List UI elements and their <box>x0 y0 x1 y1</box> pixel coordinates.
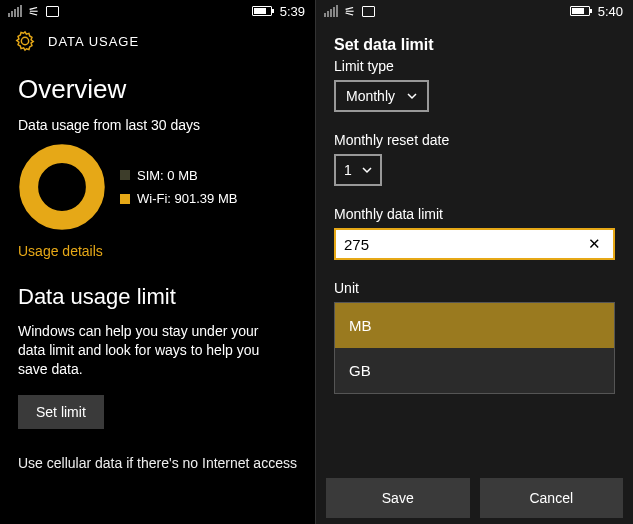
unit-label: Unit <box>334 280 615 296</box>
chevron-down-icon <box>407 91 417 101</box>
reset-date-label: Monthly reset date <box>334 132 615 148</box>
page-header: DATA USAGE <box>0 22 315 62</box>
usage-chart-row: SIM: 0 MB Wi-Fi: 901.39 MB <box>18 143 299 231</box>
cellular-footnote: Use cellular data if there's no Internet… <box>18 455 299 471</box>
message-icon <box>362 6 375 17</box>
unit-select-open[interactable]: MB GB <box>334 302 615 394</box>
limit-type-select[interactable]: Monthly <box>334 80 429 112</box>
legend-sim-label: SIM: 0 MB <box>137 164 198 187</box>
chevron-down-icon <box>362 165 372 175</box>
clock: 5:40 <box>598 4 623 19</box>
gear-icon <box>14 30 36 52</box>
data-limit-input-wrap[interactable]: ✕ <box>334 228 615 260</box>
form-title: Set data limit <box>334 36 615 54</box>
data-usage-screen: ⚟ 5:39 DATA USAGE Overview Data usage fr… <box>0 0 316 524</box>
battery-icon <box>252 6 272 16</box>
save-button[interactable]: Save <box>326 478 470 518</box>
legend-swatch-wifi <box>120 194 130 204</box>
legend-swatch-sim <box>120 170 130 180</box>
legend-wifi: Wi-Fi: 901.39 MB <box>120 187 237 210</box>
overview-period: Data usage from last 30 days <box>18 117 299 133</box>
usage-donut-chart <box>18 143 106 231</box>
page-title: DATA USAGE <box>48 34 139 49</box>
legend-sim: SIM: 0 MB <box>120 164 237 187</box>
set-data-limit-screen: ⚟ 5:40 Set data limit Limit type Monthly… <box>316 0 633 524</box>
status-bar: ⚟ 5:39 <box>0 0 315 22</box>
signal-icon <box>324 5 338 17</box>
reset-date-value: 1 <box>344 162 352 178</box>
overview-heading: Overview <box>18 74 299 105</box>
legend-wifi-label: Wi-Fi: 901.39 MB <box>137 187 237 210</box>
clear-input-icon[interactable]: ✕ <box>584 235 605 253</box>
cancel-button[interactable]: Cancel <box>480 478 624 518</box>
svg-point-0 <box>29 154 96 221</box>
usage-details-link[interactable]: Usage details <box>18 243 103 259</box>
status-bar: ⚟ 5:40 <box>316 0 633 22</box>
limit-heading: Data usage limit <box>18 284 299 310</box>
limit-description: Windows can help you stay under your dat… <box>18 322 278 379</box>
wifi-icon: ⚟ <box>344 5 356 18</box>
data-limit-label: Monthly data limit <box>334 206 615 222</box>
limit-type-label: Limit type <box>334 58 615 74</box>
wifi-icon: ⚟ <box>28 5 40 18</box>
signal-icon <box>8 5 22 17</box>
clock: 5:39 <box>280 4 305 19</box>
unit-option-gb[interactable]: GB <box>335 348 614 393</box>
limit-type-value: Monthly <box>346 88 395 104</box>
set-limit-button[interactable]: Set limit <box>18 395 104 429</box>
action-bar: Save Cancel <box>326 478 623 518</box>
battery-icon <box>570 6 590 16</box>
reset-date-select[interactable]: 1 <box>334 154 382 186</box>
unit-option-mb[interactable]: MB <box>335 303 614 348</box>
data-limit-input[interactable] <box>344 236 584 253</box>
message-icon <box>46 6 59 17</box>
usage-legend: SIM: 0 MB Wi-Fi: 901.39 MB <box>120 164 237 211</box>
